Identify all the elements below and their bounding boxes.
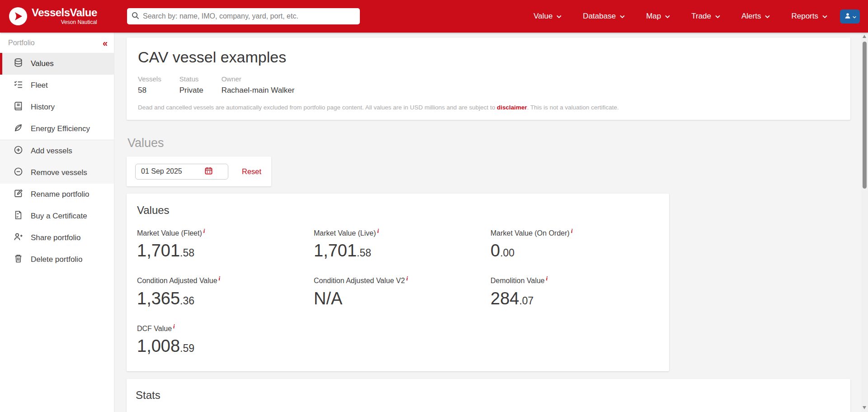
page-scrollbar[interactable] — [861, 33, 868, 412]
sidebar-item-label: Buy a Certificate — [31, 212, 87, 221]
sidebar-item-energy-efficiency[interactable]: Energy Efficiency — [0, 118, 114, 140]
book-icon — [14, 101, 23, 113]
chevron-down-icon — [715, 12, 720, 21]
app-header: VesselsValue Veson Nautical Value Databa… — [0, 0, 868, 33]
global-search — [127, 8, 360, 24]
nav-trade[interactable]: Trade — [691, 12, 720, 21]
nav-map[interactable]: Map — [646, 12, 670, 21]
info-icon[interactable] — [376, 229, 379, 237]
sidebar-item-values[interactable]: Values — [0, 53, 114, 75]
user-menu-button[interactable] — [840, 9, 860, 24]
sidebar-item-label: Fleet — [31, 81, 48, 90]
edit-icon — [14, 189, 23, 200]
vesselsvalue-logo-icon — [9, 7, 27, 25]
search-input[interactable] — [143, 12, 355, 20]
checklist-icon — [14, 80, 23, 91]
disclaimer-text: Dead and cancelled vessels are automatic… — [138, 104, 837, 111]
sidebar-item-rename-portfolio[interactable]: Rename portfolio — [0, 184, 114, 205]
portfolio-header-card: CAV vessel examples Vessels 58 Status Pr… — [127, 38, 850, 120]
sidebar-item-label: History — [31, 103, 55, 112]
sidebar-item-label: Delete portfolio — [31, 255, 82, 264]
page-title: CAV vessel examples — [138, 48, 837, 66]
sidebar-item-label: Energy Efficiency — [31, 124, 90, 133]
nav-database[interactable]: Database — [583, 12, 625, 21]
sidebar-item-share-portfolio[interactable]: Share portfolio — [0, 227, 114, 249]
brand-subtitle: Veson Nautical — [32, 19, 97, 25]
disclaimer-link[interactable]: disclaimer — [497, 104, 527, 111]
minus-circle-icon — [14, 167, 23, 179]
page: VesselsValue Veson Nautical Value Databa… — [0, 0, 868, 412]
stats-table: Type Sector Live Av Age Market Value Dem… — [136, 409, 841, 412]
values-card-heading: Values — [137, 204, 669, 217]
plus-circle-icon — [14, 145, 23, 157]
sidebar: Portfolio « Values Fleet History Energ — [0, 33, 114, 412]
reset-button[interactable]: Reset — [242, 167, 261, 176]
meta-owner: Owner Rachael-main Walker — [222, 75, 295, 95]
info-icon[interactable] — [202, 229, 205, 237]
brand-name: VesselsValue — [32, 7, 97, 18]
sidebar-item-add-vessels[interactable]: Add vessels — [0, 140, 114, 162]
scroll-up-arrow[interactable] — [863, 35, 866, 38]
main-nav: Value Database Map Trade Alerts Reports — [533, 12, 827, 21]
stats-card: Stats Type Sector Live Av Age Market Val… — [127, 379, 850, 412]
chevron-down-icon — [853, 13, 856, 20]
sidebar-item-label: Add vessels — [31, 147, 72, 156]
scroll-down-arrow[interactable] — [863, 406, 866, 409]
certificate-icon — [14, 210, 23, 222]
info-icon[interactable] — [545, 277, 548, 285]
sidebar-item-history[interactable]: History — [0, 96, 114, 118]
chevron-down-icon — [557, 12, 561, 21]
collapse-sidebar-icon[interactable]: « — [103, 38, 108, 47]
nav-value[interactable]: Value — [533, 12, 561, 21]
main-content: CAV vessel examples Vessels 58 Status Pr… — [114, 33, 861, 412]
sidebar-item-label: Values — [31, 59, 54, 68]
metric-dcf-value: DCF Value 1,008.59 — [137, 323, 314, 358]
stats-heading: Stats — [136, 389, 841, 402]
sidebar-item-label: Share portfolio — [31, 233, 81, 242]
values-card: Values Market Value (Fleet) 1,701.58 Mar… — [127, 194, 669, 371]
brand-logo[interactable]: VesselsValue Veson Nautical — [0, 7, 114, 25]
metric-condition-adjusted-value-v2: Condition Adjusted Value V2 N/A — [314, 275, 491, 310]
info-icon[interactable] — [217, 277, 221, 285]
sidebar-item-label: Remove vessels — [31, 168, 87, 177]
trash-icon — [14, 254, 23, 265]
values-section-heading: Values — [127, 136, 850, 150]
chevron-down-icon — [765, 12, 770, 21]
sidebar-item-delete-portfolio[interactable]: Delete portfolio — [0, 249, 114, 270]
meta-status: Status Private — [179, 75, 203, 95]
sidebar-item-label: Rename portfolio — [31, 190, 89, 199]
search-icon — [132, 12, 139, 21]
sidebar-item-buy-certificate[interactable]: Buy a Certificate — [0, 205, 114, 227]
sidebar-item-fleet[interactable]: Fleet — [0, 75, 114, 96]
coins-icon — [14, 58, 23, 70]
table-header-row: Type Sector Live Av Age Market Value Dem… — [136, 409, 841, 412]
sidebar-section-label: Portfolio — [8, 39, 35, 47]
metric-market-value-live: Market Value (Live) 1,701.58 — [314, 227, 491, 262]
metric-demolition-value: Demolition Value 284.07 — [491, 275, 667, 310]
meta-vessels: Vessels 58 — [138, 75, 161, 95]
person-plus-icon — [14, 232, 23, 244]
chevron-down-icon — [822, 12, 827, 21]
nav-reports[interactable]: Reports — [791, 12, 827, 21]
nav-alerts[interactable]: Alerts — [741, 12, 770, 21]
scrollbar-thumb[interactable] — [863, 42, 867, 189]
leaf-icon — [14, 123, 23, 135]
calendar-icon[interactable] — [204, 166, 213, 177]
info-icon[interactable] — [570, 229, 573, 237]
valuation-date-card: Reset — [127, 156, 271, 186]
sidebar-item-remove-vessels[interactable]: Remove vessels — [0, 162, 114, 184]
chevron-down-icon — [620, 12, 625, 21]
info-icon[interactable] — [405, 277, 408, 285]
info-icon[interactable] — [172, 325, 175, 332]
metric-market-value-fleet: Market Value (Fleet) 1,701.58 — [137, 227, 314, 262]
chevron-down-icon — [665, 12, 670, 21]
user-icon — [844, 12, 851, 21]
metric-condition-adjusted-value: Condition Adjusted Value 1,365.36 — [137, 275, 314, 310]
valuation-date-input[interactable] — [141, 167, 204, 175]
metric-market-value-on-order: Market Value (On Order) 0.00 — [491, 227, 667, 262]
valuation-date-field — [135, 164, 228, 180]
